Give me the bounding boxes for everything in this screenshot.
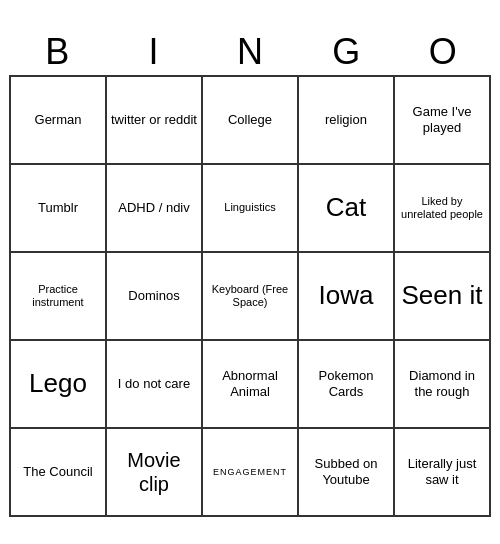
letter-i: I: [110, 31, 198, 73]
bingo-cell-21: Movie clip: [107, 429, 203, 517]
letter-n: N: [206, 31, 294, 73]
bingo-cell-20: The Council: [11, 429, 107, 517]
bingo-cell-24: Literally just saw it: [395, 429, 491, 517]
bingo-cell-1: twitter or reddit: [107, 77, 203, 165]
bingo-cell-23: Subbed on Youtube: [299, 429, 395, 517]
bingo-cell-13: Iowa: [299, 253, 395, 341]
letter-o: O: [399, 31, 487, 73]
bingo-cell-0: German: [11, 77, 107, 165]
bingo-cell-3: religion: [299, 77, 395, 165]
bingo-cell-11: Dominos: [107, 253, 203, 341]
bingo-cell-10: Practice instrument: [11, 253, 107, 341]
letter-b: B: [13, 31, 101, 73]
bingo-cell-12: Keyboard (Free Space): [203, 253, 299, 341]
bingo-cell-16: I do not care: [107, 341, 203, 429]
bingo-cell-5: Tumblr: [11, 165, 107, 253]
bingo-cell-2: College: [203, 77, 299, 165]
bingo-title: B I N G O: [9, 27, 491, 75]
bingo-cell-7: Linguistics: [203, 165, 299, 253]
bingo-cell-6: ADHD / ndiv: [107, 165, 203, 253]
bingo-cell-8: Cat: [299, 165, 395, 253]
bingo-card: B I N G O Germantwitter or redditCollege…: [5, 23, 495, 521]
bingo-grid: Germantwitter or redditCollegereligionGa…: [9, 75, 491, 517]
bingo-cell-14: Seen it: [395, 253, 491, 341]
bingo-cell-4: Game I've played: [395, 77, 491, 165]
bingo-cell-17: Abnormal Animal: [203, 341, 299, 429]
bingo-cell-19: Diamond in the rough: [395, 341, 491, 429]
bingo-cell-9: Liked by unrelated people: [395, 165, 491, 253]
bingo-cell-15: Lego: [11, 341, 107, 429]
letter-g: G: [302, 31, 390, 73]
bingo-cell-22: ENGAGEMENT: [203, 429, 299, 517]
bingo-cell-18: Pokemon Cards: [299, 341, 395, 429]
